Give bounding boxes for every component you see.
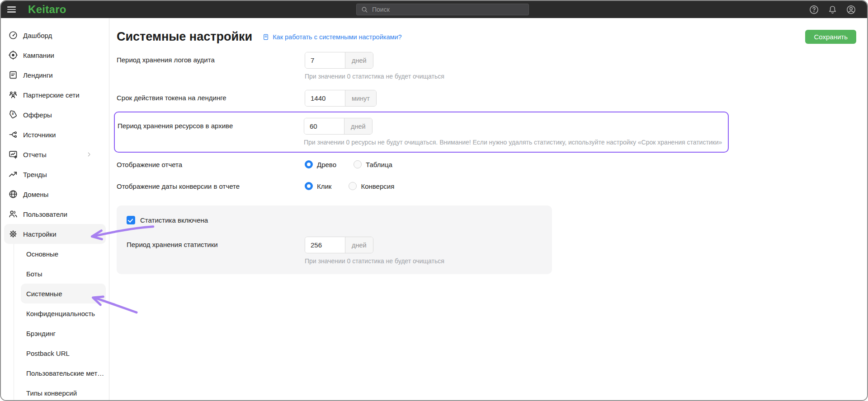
radio-checked-icon [305, 182, 313, 190]
sidebar-item-landings[interactable]: Лендинги [4, 65, 106, 85]
save-button[interactable]: Сохранить [805, 30, 856, 44]
sidebar-item-settings[interactable]: Настройки [4, 224, 106, 244]
subitem-general[interactable]: Основные [14, 244, 109, 264]
subitem-bots[interactable]: Боты [14, 264, 109, 284]
sidebar-item-label: Дашборд [23, 32, 52, 39]
field-label: Срок действия токена на лендинге [117, 90, 305, 107]
gear-icon [8, 229, 18, 239]
highlight-annotation-box: Период хранения ресурсов в архиве дней П… [114, 112, 729, 153]
subitem-postback-url[interactable]: Postback URL [14, 343, 109, 363]
sidebar-item-sources[interactable]: Источники [4, 125, 106, 145]
landing-token-input[interactable] [305, 90, 345, 106]
subitem-branding[interactable]: Брэндинг [14, 323, 109, 343]
app-window: Keitaro Дашборд Кампании Лендинги [0, 0, 868, 401]
help-doc-link[interactable]: Как работать с системными настройками? [262, 33, 401, 41]
sidebar-item-dashboard[interactable]: Дашборд [4, 25, 106, 45]
split-icon [8, 130, 18, 140]
sidebar-item-label: Лендинги [23, 71, 53, 79]
radio-unchecked-icon [349, 182, 357, 190]
unit-addon: дней [345, 237, 373, 253]
stats-period-input[interactable] [305, 237, 345, 253]
account-icon[interactable] [846, 5, 856, 15]
sidebar-item-label: Отчеты [23, 151, 47, 159]
subitem-label: Системные [26, 290, 62, 298]
sidebar-item-trends[interactable]: Тренды [4, 164, 106, 184]
form-row-landing-token: Срок действия токена на лендинге минут [117, 90, 856, 107]
subitem-label: Брэндинг [26, 330, 56, 337]
archive-period-group: дней [304, 118, 373, 135]
report-chart-icon [8, 149, 18, 159]
sidebar-item-label: Офферы [23, 111, 52, 119]
document-icon [8, 70, 18, 80]
unit-addon: минут [345, 90, 376, 106]
help-link-label: Как работать с системными настройками? [273, 33, 401, 41]
book-icon [262, 33, 269, 41]
help-circle-icon[interactable] [809, 5, 819, 15]
form-row-conversion-date: Отображение даты конверсии в отчете Клик… [117, 182, 856, 190]
search-icon [361, 6, 368, 14]
field-hint: При значении 0 ресурсы не будут очищатьс… [304, 139, 722, 146]
bell-icon[interactable] [827, 5, 838, 15]
sidebar-item-reports[interactable]: Отчеты [4, 145, 106, 164]
checkbox-checked-icon [127, 216, 135, 224]
form-row-stats-period: Период хранения статистики дней При знач… [127, 237, 541, 265]
statistics-panel: Статистика включена Период хранения стат… [117, 205, 552, 274]
globe-icon [8, 189, 18, 199]
form-row-archive-period: Период хранения ресурсов в архиве дней П… [118, 118, 725, 146]
subitem-label: Боты [26, 270, 42, 278]
form-row-audit-log-period: Период хранения логов аудита дней При зн… [117, 52, 856, 80]
radio-option-table[interactable]: Таблица [354, 160, 392, 168]
search-input[interactable] [372, 6, 524, 13]
subitem-conversion-types[interactable]: Типы конверсий [14, 383, 109, 401]
sidebar-item-label: Источники [23, 131, 56, 139]
stats-period-group: дней [305, 237, 373, 253]
unit-addon: дней [344, 118, 372, 134]
sidebar-item-label: Кампании [23, 51, 54, 59]
field-label: Период хранения статистики [127, 237, 305, 265]
subitem-custom-metrics[interactable]: Пользовательские мет… [14, 363, 109, 383]
sidebar-item-label: Партнерские сети [23, 91, 80, 99]
page-title: Системные настройки [117, 30, 252, 44]
app-logo[interactable]: Keitaro [28, 3, 66, 16]
subitem-label: Типы конверсий [26, 389, 77, 397]
statistics-enabled-checkbox[interactable]: Статистика включена [127, 216, 541, 224]
radio-option-conversion[interactable]: Конверсия [349, 182, 394, 190]
settings-submenu: Основные Боты Системные Конфиденциальнос… [14, 244, 109, 401]
sidebar: Дашборд Кампании Лендинги Партнерские се… [1, 18, 109, 400]
topbar: Keitaro [1, 1, 867, 18]
landing-token-group: минут [305, 90, 377, 107]
field-hint: При значении 0 статистика не будет очища… [305, 257, 444, 265]
sidebar-item-label: Домены [23, 191, 48, 198]
subitem-label: Основные [26, 250, 58, 258]
hamburger-menu-icon[interactable] [7, 4, 18, 15]
radio-label: Таблица [366, 161, 392, 168]
network-users-icon [8, 90, 18, 100]
gauge-icon [8, 30, 18, 40]
radio-label: Древо [317, 161, 336, 168]
subitem-privacy[interactable]: Конфиденциальность [14, 303, 109, 323]
field-hint: При значении 0 статистика не будет очища… [305, 73, 444, 80]
field-label: Отображение даты конверсии в отчете [117, 182, 305, 190]
sidebar-item-domains[interactable]: Домены [4, 184, 106, 204]
radio-label: Клик [317, 182, 331, 190]
radio-option-tree[interactable]: Древо [305, 160, 336, 168]
subitem-label: Конфиденциальность [26, 310, 95, 317]
sidebar-item-campaigns[interactable]: Кампании [4, 45, 106, 65]
audit-log-period-group: дней [305, 52, 373, 69]
radio-label: Конверсия [361, 182, 394, 190]
subitem-label: Пользовательские мет… [26, 369, 104, 377]
tag-icon: $ [8, 110, 18, 120]
radio-checked-icon [305, 160, 313, 168]
sidebar-item-users[interactable]: Пользователи [4, 204, 106, 224]
audit-log-period-input[interactable] [305, 52, 345, 68]
sidebar-item-offers[interactable]: $ Офферы [4, 105, 106, 125]
subitem-system[interactable]: Системные [21, 284, 106, 303]
sidebar-item-affiliate-networks[interactable]: Партнерские сети [4, 85, 106, 105]
subitem-label: Postback URL [26, 350, 70, 357]
field-label: Период хранения логов аудита [117, 52, 305, 80]
form-row-report-view: Отображение отчета Древо Таблица [117, 160, 856, 168]
archive-period-input[interactable] [304, 118, 344, 134]
radio-option-click[interactable]: Клик [305, 182, 331, 190]
radio-unchecked-icon [354, 160, 362, 168]
global-search [356, 4, 529, 15]
